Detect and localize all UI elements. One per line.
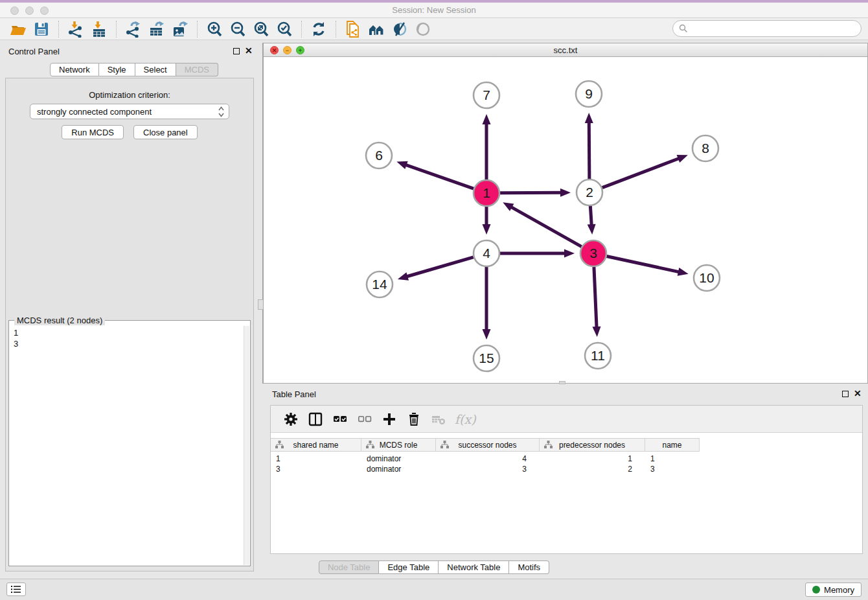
node-label: 2 [586, 185, 593, 200]
control-panel-title: Control Panel [8, 47, 60, 56]
tab-select[interactable]: Select [135, 63, 176, 76]
run-mcds-button[interactable]: Run MCDS [62, 125, 124, 139]
close-panel-icon[interactable]: ✕ [245, 45, 253, 56]
tab-network-table[interactable]: Network Table [439, 560, 509, 574]
criterion-dropdown[interactable]: strongly connected component [30, 104, 229, 119]
network-window-titlebar[interactable]: ✕ − + scc.txt [264, 43, 867, 57]
tab-network[interactable]: Network [50, 63, 99, 76]
column-label: MCDS role [380, 441, 418, 450]
deselect-all-icon[interactable] [357, 411, 372, 427]
memory-button[interactable]: Memory [805, 583, 862, 597]
table-row[interactable]: 1 dominator 4 1 1 [271, 454, 700, 464]
save-session-icon[interactable] [33, 21, 50, 38]
node-label: 14 [372, 277, 387, 292]
edge-4-14[interactable] [406, 257, 474, 277]
cell-name: 3 [645, 464, 700, 474]
column-header-mcds-role[interactable]: MCDS role [361, 439, 436, 451]
cell-successor-nodes: 4 [436, 454, 540, 464]
table-row[interactable]: 3 dominator 3 2 3 [271, 464, 700, 474]
node-label: 3 [589, 246, 597, 260]
mcds-result-title: MCDS result (2 nodes) [14, 316, 105, 325]
clone-network-icon[interactable] [345, 21, 361, 38]
arrowhead-icon [588, 224, 596, 235]
open-session-icon[interactable] [10, 21, 27, 38]
arrowhead-icon [483, 114, 491, 124]
zoom-out-icon[interactable] [229, 21, 246, 38]
control-panel-tabs: Network Style Select MCDS [50, 63, 218, 76]
search-field[interactable] [672, 20, 862, 37]
column-visibility-icon[interactable] [308, 411, 323, 427]
table-settings-gear-icon[interactable] [283, 411, 299, 427]
tab-mcds[interactable]: MCDS [176, 63, 218, 76]
column-header-successor-nodes[interactable]: successor nodes [436, 439, 540, 451]
window-title: Session: New Session [0, 5, 868, 15]
flow-icon [366, 441, 374, 449]
search-input[interactable] [688, 24, 861, 34]
edge-3-1[interactable] [510, 207, 581, 247]
column-header-shared-name[interactable]: shared name [271, 439, 361, 451]
tab-edge-table[interactable]: Edge Table [379, 560, 439, 574]
function-builder-icon[interactable]: f(x) [455, 412, 476, 426]
dropdown-stepper-icon [218, 106, 224, 117]
node-label: 15 [479, 351, 494, 365]
cell-predecessor-nodes: 2 [540, 464, 645, 474]
tab-node-table[interactable]: Node Table [319, 560, 380, 574]
export-image-icon[interactable] [172, 21, 188, 38]
cell-shared-name: 3 [271, 464, 361, 474]
mcds-result-list[interactable]: 1 3 [10, 326, 244, 565]
network-view-window: ✕ − + scc.txt 7968124314101511 [263, 43, 868, 384]
memory-status-icon [812, 586, 820, 594]
edge-3-10[interactable] [607, 256, 680, 271]
import-network-icon[interactable] [67, 21, 84, 38]
export-table-icon[interactable] [148, 21, 165, 38]
export-network-icon[interactable] [125, 21, 142, 38]
edge-2-8[interactable] [602, 158, 680, 187]
toolbar-separator [197, 21, 198, 38]
hide-graphics-icon[interactable] [391, 21, 408, 38]
status-bar: Memory [0, 579, 868, 600]
table-panel-header: Table Panel ✕ [263, 386, 868, 402]
column-header-name[interactable]: name [645, 439, 700, 451]
arrowhead-icon [398, 272, 409, 280]
import-table-icon[interactable] [91, 21, 108, 38]
float-table-panel-icon[interactable] [842, 391, 849, 397]
arrowhead-icon [677, 155, 688, 163]
result-scrollbar[interactable] [244, 326, 249, 565]
create-column-icon[interactable] [382, 411, 397, 427]
tab-motifs[interactable]: Motifs [509, 560, 549, 574]
control-panel-header: Control Panel ✕ [0, 43, 259, 60]
column-label: predecessor nodes [559, 441, 625, 450]
column-header-predecessor-nodes[interactable]: predecessor nodes [540, 439, 645, 451]
float-panel-icon[interactable] [233, 48, 240, 54]
search-icon [679, 24, 688, 33]
refresh-icon[interactable] [310, 21, 327, 38]
canvas-resize-grip[interactable] [559, 381, 565, 384]
mcds-result-box: MCDS result (2 nodes) 1 3 [8, 320, 251, 566]
edge-3-11[interactable] [594, 267, 597, 328]
zoom-in-icon[interactable] [206, 21, 223, 38]
edge-2-9[interactable] [589, 122, 589, 179]
close-table-panel-icon[interactable]: ✕ [854, 388, 862, 398]
select-all-icon[interactable] [332, 411, 348, 427]
edge-1-6[interactable] [405, 165, 474, 189]
zoom-selected-icon[interactable] [276, 21, 293, 38]
optimization-criterion-label: Optimization criterion: [6, 90, 253, 100]
show-graphics-icon[interactable] [415, 21, 431, 38]
arrowhead-icon [396, 161, 407, 169]
arrowhead-icon [593, 327, 601, 337]
table-tabs: Node Table Edge Table Network Table Moti… [0, 560, 868, 574]
network-canvas[interactable]: 7968124314101511 [264, 58, 867, 383]
arrowhead-icon [483, 329, 491, 340]
task-history-button[interactable] [6, 583, 26, 596]
zoom-fit-icon[interactable] [253, 21, 269, 38]
node-label: 4 [483, 246, 490, 260]
edge-2-3[interactable] [590, 206, 591, 225]
delete-table-icon[interactable] [431, 411, 446, 427]
close-panel-button[interactable]: Close panel [133, 125, 198, 139]
network-graph[interactable]: 7968124314101511 [264, 58, 867, 383]
delete-column-icon[interactable] [406, 411, 422, 427]
edge-1-2[interactable] [500, 192, 562, 193]
memory-label: Memory [824, 585, 854, 595]
first-neighbors-icon[interactable] [368, 21, 385, 38]
tab-style[interactable]: Style [99, 63, 135, 76]
